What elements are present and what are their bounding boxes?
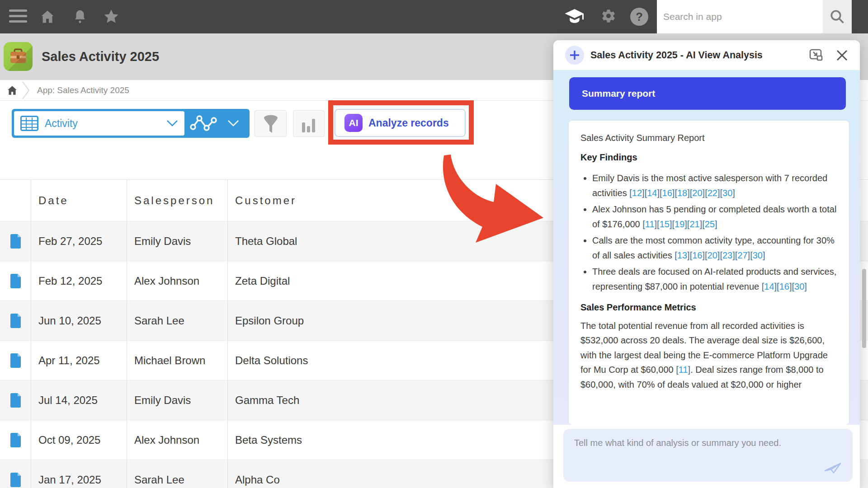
ai-badge-icon: AI [344, 114, 363, 132]
view-selector: Activity [12, 109, 250, 138]
cell-salesperson: Emily Davis [127, 221, 228, 261]
chart-view-dropdown[interactable] [223, 120, 243, 127]
view-name-label: Activity [45, 117, 166, 130]
citation-link[interactable]: [30] [720, 188, 735, 198]
panel-header: Sales Activity 2025 - AI View Analysis [553, 40, 860, 70]
close-panel-button[interactable] [836, 49, 848, 61]
citation-link[interactable]: [23] [720, 250, 735, 260]
plus-icon [569, 50, 580, 61]
record-document-icon [9, 313, 22, 328]
column-header-date[interactable]: Date [31, 180, 127, 221]
send-button[interactable] [823, 459, 843, 476]
citation-link[interactable]: [30] [792, 282, 807, 291]
cell-salesperson: Michael Brown [127, 341, 228, 380]
ai-analysis-panel: Sales Activity 2025 - AI View Analysis S… [553, 40, 860, 488]
top-bar: ? [0, 0, 868, 33]
citation-link[interactable]: [15] [657, 219, 672, 229]
panel-title: Sales Activity 2025 - AI View Analysis [590, 50, 803, 61]
cell-date: Apr 11, 2025 [31, 341, 127, 380]
citation-link[interactable]: [14] [762, 282, 777, 291]
bell-icon[interactable] [72, 0, 88, 33]
record-document-icon [9, 234, 22, 249]
record-icon-cell[interactable] [0, 301, 31, 340]
breadcrumb-label: App: Sales Activity 2025 [37, 80, 129, 101]
cell-date: Oct 09, 2025 [31, 420, 127, 460]
citation-link[interactable]: [16] [690, 250, 705, 260]
app-title: Sales Activity 2025 [42, 33, 159, 80]
key-finding-item: Emily Davis is the most active salespers… [592, 171, 837, 200]
filter-funnel-icon [262, 114, 280, 134]
citation-link[interactable]: [22] [705, 188, 720, 198]
cell-salesperson: Emily Davis [127, 380, 228, 420]
chat-input[interactable]: Tell me what kind of analysis or summary… [563, 429, 853, 482]
summary-report-button[interactable]: Summary report [569, 77, 846, 110]
report-title: Sales Activity Summary Report [580, 131, 837, 145]
analyze-records-button[interactable]: AI Analyze records [335, 109, 466, 137]
record-document-icon [9, 432, 22, 448]
record-icon-column-header [0, 180, 31, 221]
citation-link[interactable]: [25] [702, 219, 717, 229]
search-button[interactable] [823, 0, 852, 33]
view-dropdown[interactable]: Activity [14, 111, 184, 136]
cell-date: Feb 27, 2025 [31, 221, 127, 261]
citation-link[interactable]: [16] [660, 188, 675, 198]
cell-salesperson: Alex Johnson [127, 261, 228, 300]
citation-link[interactable]: [30] [750, 250, 765, 260]
help-icon[interactable]: ? [630, 0, 648, 33]
cell-date: Jan 17, 2025 [31, 460, 127, 488]
line-chart-icon [189, 114, 218, 132]
citation-link[interactable]: [27] [735, 250, 750, 260]
briefcase-icon [9, 48, 28, 65]
citation-link[interactable]: [16] [777, 282, 792, 291]
dock-icon [809, 49, 823, 61]
cell-salesperson: Sarah Lee [127, 301, 228, 340]
chart-view-toggle[interactable] [184, 114, 223, 132]
citation-link[interactable]: [13] [675, 250, 689, 260]
column-header-salesperson[interactable]: Salesperson [127, 180, 228, 221]
citation-link[interactable]: [20] [705, 250, 720, 260]
page-scrollbar[interactable] [862, 269, 866, 348]
record-document-icon [9, 393, 22, 408]
record-document-icon [9, 273, 22, 289]
record-document-icon [9, 472, 22, 488]
record-icon-cell[interactable] [0, 460, 31, 488]
new-analysis-button[interactable] [565, 46, 584, 65]
search-input[interactable] [657, 0, 823, 33]
education-cap-icon[interactable] [563, 0, 586, 33]
hamburger-menu-icon[interactable] [9, 9, 27, 24]
citation-link[interactable]: [21] [687, 219, 702, 229]
screen: ? Sales Activity 2025 App: Sales Activi [0, 0, 868, 488]
cell-salesperson: Alex Johnson [127, 420, 228, 460]
record-icon-cell[interactable] [0, 261, 31, 300]
citation-link[interactable]: [19] [672, 219, 687, 229]
bar-chart-icon [301, 115, 317, 132]
citation-link[interactable]: [18] [675, 188, 689, 198]
record-icon-cell[interactable] [0, 380, 31, 420]
gear-icon[interactable] [599, 0, 618, 33]
chat-input-section: Tell me what kind of analysis or summary… [553, 425, 860, 488]
dock-panel-button[interactable] [809, 49, 823, 61]
record-icon-cell[interactable] [0, 341, 31, 380]
citation-link[interactable]: [12] [629, 188, 644, 198]
cell-salesperson: Sarah Lee [127, 460, 228, 488]
key-finding-item: Alex Johnson has 5 pending or completed … [592, 202, 837, 231]
record-icon-cell[interactable] [0, 221, 31, 261]
key-findings-heading: Key Findings [580, 150, 837, 165]
close-icon [836, 49, 848, 61]
search-box [657, 0, 823, 33]
home-icon[interactable] [39, 0, 56, 33]
citation-link[interactable]: [14] [645, 188, 660, 198]
record-icon-cell[interactable] [0, 420, 31, 460]
citation-link[interactable]: [11] [676, 365, 690, 375]
report-card: Sales Activity Summary Report Key Findin… [569, 121, 849, 425]
record-document-icon [9, 353, 22, 368]
star-icon[interactable] [102, 0, 120, 33]
chart-button[interactable] [293, 110, 325, 137]
breadcrumb-home-icon[interactable] [6, 84, 18, 98]
citation-link[interactable]: [11] [642, 219, 657, 229]
metrics-heading: Sales Performance Metrics [580, 300, 837, 315]
chevron-down-icon [227, 120, 239, 127]
filter-button[interactable] [255, 110, 287, 137]
cell-date: Feb 12, 2025 [31, 261, 127, 300]
citation-link[interactable]: [20] [690, 188, 705, 198]
